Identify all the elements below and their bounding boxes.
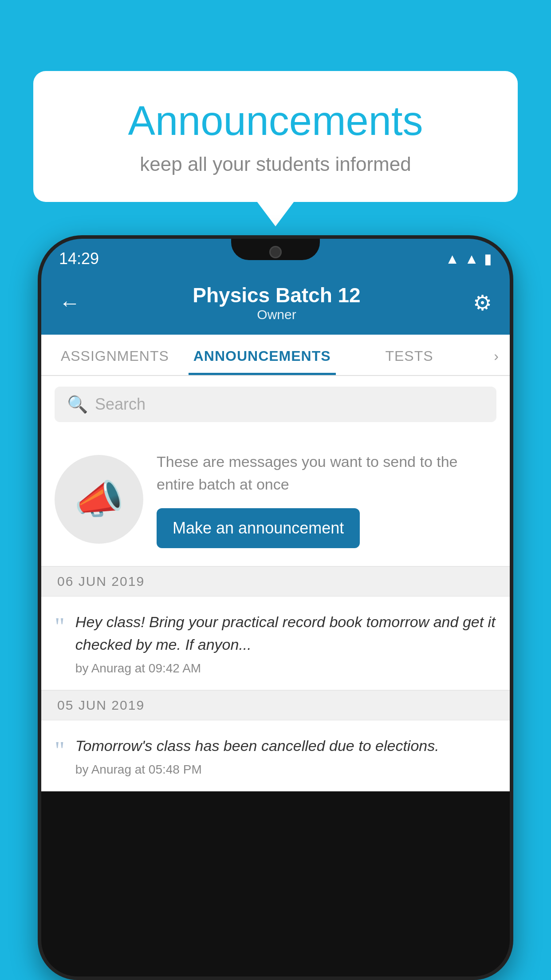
phone-content: 🔍 Search 📣 These are messages you want t… [41, 376, 510, 791]
megaphone-circle: 📣 [55, 455, 143, 544]
phone-frame: 14:29 ▲ ▲ ▮ ← Physics Batch 12 Owner ⚙ A… [38, 235, 513, 980]
announcement-text-1: Hey class! Bring your practical record b… [75, 611, 496, 656]
header-subtitle: Owner [193, 307, 360, 322]
tab-tests[interactable]: TESTS [336, 335, 483, 375]
tabs-container: ASSIGNMENTS ANNOUNCEMENTS TESTS › [41, 335, 510, 376]
announcement-item-1: " Hey class! Bring your practical record… [41, 597, 510, 690]
status-icons: ▲ ▲ ▮ [445, 250, 492, 267]
announcement-meta-2: by Anurag at 05:48 PM [75, 763, 496, 777]
announcement-content-2: Tomorrow's class has been cancelled due … [75, 735, 496, 777]
notch [231, 239, 320, 260]
speech-bubble-container: Announcements keep all your students inf… [33, 71, 518, 202]
search-icon: 🔍 [67, 395, 88, 414]
prompt-right: These are messages you want to send to t… [157, 450, 496, 548]
prompt-description: These are messages you want to send to t… [157, 450, 496, 496]
announcement-item-2: " Tomorrow's class has been cancelled du… [41, 720, 510, 791]
status-time: 14:29 [59, 249, 99, 268]
battery-icon: ▮ [484, 250, 492, 267]
tab-announcements[interactable]: ANNOUNCEMENTS [189, 335, 336, 375]
quote-icon-2: " [55, 738, 65, 763]
speech-bubble-title: Announcements [69, 98, 482, 144]
megaphone-icon: 📣 [74, 476, 124, 523]
header-center: Physics Batch 12 Owner [193, 283, 360, 322]
speech-bubble-subtitle: keep all your students informed [69, 153, 482, 175]
camera [269, 246, 282, 258]
date-separator-1: 06 JUN 2019 [41, 566, 510, 597]
signal-icon: ▲ [464, 251, 479, 267]
search-bar[interactable]: 🔍 Search [55, 387, 496, 422]
announcement-text-2: Tomorrow's class has been cancelled due … [75, 735, 496, 757]
app-header: ← Physics Batch 12 Owner ⚙ [41, 274, 510, 335]
tab-assignments[interactable]: ASSIGNMENTS [41, 335, 189, 375]
search-input[interactable]: Search [95, 395, 146, 414]
date-separator-2: 05 JUN 2019 [41, 690, 510, 720]
search-container: 🔍 Search [41, 376, 510, 433]
speech-bubble: Announcements keep all your students inf… [33, 71, 518, 202]
header-title: Physics Batch 12 [193, 283, 360, 307]
make-announcement-button[interactable]: Make an announcement [157, 508, 360, 548]
announcement-meta-1: by Anurag at 09:42 AM [75, 661, 496, 676]
tabs-more[interactable]: › [483, 335, 510, 375]
settings-icon[interactable]: ⚙ [473, 290, 492, 315]
announcement-prompt: 📣 These are messages you want to send to… [41, 433, 510, 566]
wifi-icon: ▲ [445, 251, 460, 267]
announcement-content-1: Hey class! Bring your practical record b… [75, 611, 496, 676]
quote-icon: " [55, 614, 65, 639]
back-button[interactable]: ← [59, 291, 80, 315]
